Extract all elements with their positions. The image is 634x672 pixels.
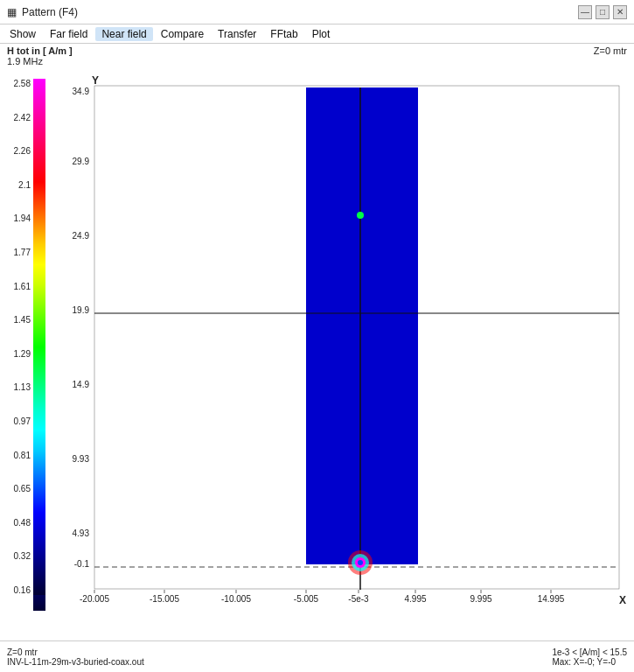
- cb-label-14: 0.32: [14, 551, 31, 561]
- cb-label-0: 2.58: [14, 79, 31, 88]
- svg-text:-15.005: -15.005: [150, 594, 179, 604]
- menu-bar: Show Far field Near field Compare Transf…: [0, 24, 634, 44]
- menu-plot[interactable]: Plot: [306, 27, 337, 41]
- window-title: Pattern (F4): [22, 6, 78, 18]
- cb-label-6: 1.61: [14, 282, 31, 291]
- status-z: Z=0 mtr: [7, 648, 144, 657]
- menu-near-field[interactable]: Near field: [95, 27, 152, 41]
- cb-label-1: 2.42: [14, 113, 31, 122]
- field-label: H tot in [ A/m ]: [7, 46, 73, 56]
- maximize-button[interactable]: □: [596, 5, 610, 19]
- cb-label-11: 0.81: [14, 451, 31, 460]
- cb-label-13: 0.48: [14, 518, 31, 528]
- colorbar-strip: [33, 79, 45, 595]
- menu-compare[interactable]: Compare: [155, 27, 210, 41]
- svg-point-28: [357, 212, 364, 219]
- status-file: INV-L-11m-29m-v3-buried-coax.out: [7, 657, 144, 667]
- svg-text:4.995: 4.995: [404, 594, 426, 604]
- svg-point-27: [358, 560, 363, 565]
- cb-label-12: 0.65: [14, 484, 31, 494]
- svg-text:Y: Y: [92, 74, 99, 87]
- menu-show[interactable]: Show: [3, 27, 42, 41]
- svg-text:-5e-3: -5e-3: [348, 594, 369, 604]
- minimize-button[interactable]: —: [578, 5, 592, 19]
- menu-far-field[interactable]: Far field: [44, 27, 94, 41]
- svg-text:14.995: 14.995: [538, 594, 565, 604]
- svg-text:-10.005: -10.005: [221, 594, 251, 604]
- plot-svg[interactable]: Y 34.9 29.9 24.9 19.9 14.9 9.93 4.93 -0.…: [48, 68, 634, 611]
- svg-text:9.995: 9.995: [470, 594, 491, 604]
- z-label: Z=0 mtr: [594, 46, 627, 66]
- svg-text:34.9: 34.9: [73, 87, 90, 96]
- title-bar: ▦ Pattern (F4) — □ ✕: [0, 0, 634, 24]
- svg-text:19.9: 19.9: [73, 305, 90, 315]
- cb-label-15: 0.16: [14, 585, 31, 595]
- close-button[interactable]: ✕: [613, 5, 627, 19]
- cb-label-4: 1.94: [14, 214, 31, 223]
- cb-label-5: 1.77: [14, 248, 31, 257]
- svg-text:29.9: 29.9: [73, 157, 90, 166]
- window-icon: ▦: [7, 6, 17, 18]
- cb-label-10: 0.97: [14, 416, 31, 426]
- svg-text:-0.1: -0.1: [74, 559, 90, 569]
- cb-label-3: 2.1: [18, 180, 31, 190]
- status-bar: Z=0 mtr INV-L-11m-29m-v3-buried-coax.out…: [0, 640, 634, 672]
- cb-label-7: 1.45: [14, 315, 31, 325]
- cb-label-9: 1.13: [14, 382, 31, 392]
- svg-rect-20: [306, 88, 418, 564]
- cb-label-8: 1.29: [14, 349, 31, 359]
- frequency-label: 1.9 MHz: [7, 56, 73, 66]
- plot-area: Y 34.9 29.9 24.9 19.9 14.9 9.93 4.93 -0.…: [0, 68, 634, 646]
- menu-fftab[interactable]: FFtab: [264, 27, 303, 41]
- svg-text:9.93: 9.93: [73, 454, 90, 464]
- svg-text:X: X: [619, 594, 626, 606]
- svg-text:-5.005: -5.005: [294, 594, 319, 604]
- status-range: 1e-3 < [A/m] < 15.5: [552, 648, 627, 657]
- plot-header: H tot in [ A/m ] 1.9 MHz Z=0 mtr: [0, 44, 634, 68]
- svg-text:4.93: 4.93: [73, 528, 90, 538]
- svg-text:14.9: 14.9: [73, 380, 90, 389]
- svg-text:-20.005: -20.005: [80, 594, 109, 604]
- svg-text:24.9: 24.9: [73, 231, 90, 241]
- cb-label-2: 2.26: [14, 146, 31, 156]
- menu-transfer[interactable]: Transfer: [212, 27, 262, 41]
- status-max: Max: X=-0; Y=-0: [552, 657, 627, 667]
